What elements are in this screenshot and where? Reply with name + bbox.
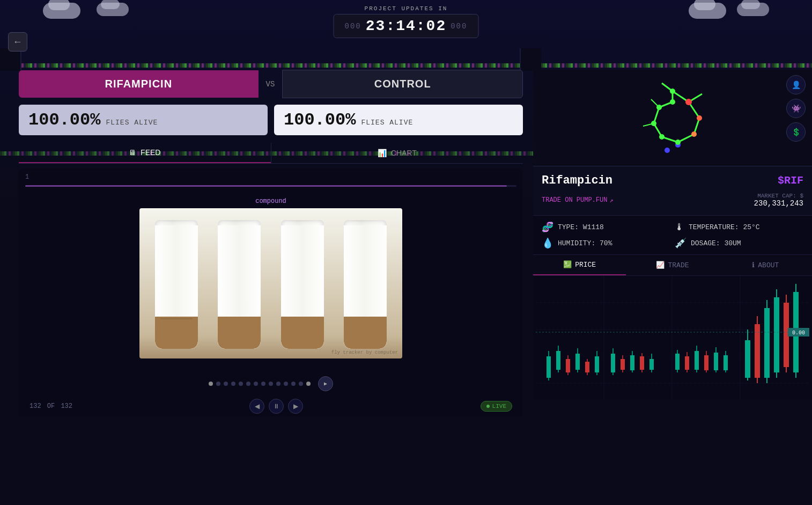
stats-row: 100.00% FLIES ALIVE 100.00% FLIES ALIVE (19, 105, 523, 135)
molecule-display: 👤 👾 💲 (533, 70, 812, 166)
bottom-tabs: 💹 PRICE 📈 TRADE ℹ ABOUT (533, 255, 812, 276)
nav-row: 132 OF 132 ◀ ⏸ ▶ LIVE (19, 396, 523, 417)
feed-chart-tabs: 🖥 FEED 📊 CHART (19, 143, 523, 164)
dollar-icon-btn[interactable]: 💲 (786, 122, 806, 142)
temp-item: 🌡 TEMPERATURE: 25°C (675, 221, 803, 233)
video-inner: fly tracker by computer (139, 208, 402, 358)
type-item: 🧬 TYPE: W1118 (542, 221, 670, 233)
playback-dot-4[interactable] (231, 382, 235, 386)
svg-point-18 (670, 89, 675, 94)
project-updates-label: PROJECT UPDATES IN (334, 5, 479, 12)
playback-dot-2[interactable] (216, 382, 220, 386)
humidity-label: HUMIDITY: 70% (558, 239, 612, 247)
side-buttons: 👤 👾 💲 (786, 75, 806, 142)
playback-dot-11[interactable] (284, 382, 288, 386)
chart-icon: 📊 (378, 149, 387, 157)
tube-3 (281, 220, 324, 349)
svg-text:0.00: 0.00 (792, 330, 805, 336)
drug-title-row: Rifampicin $RIF (542, 174, 803, 187)
svg-point-20 (656, 105, 662, 110)
nav-next-button[interactable]: ▶ (288, 399, 303, 414)
feed-number: 1 (19, 169, 523, 185)
svg-point-21 (651, 121, 656, 126)
timer-value: 23:14:02 (366, 18, 446, 34)
playback-dot-6[interactable] (246, 382, 250, 386)
trade-tab-icon: 📈 (656, 261, 665, 269)
trade-row: TRADE ON PUMP.FUN ↗ MARKET CAP: $ 230,33… (542, 193, 803, 208)
experiment-strip: 🧬 TYPE: W1118 🌡 TEMPERATURE: 25°C 💧 HUMI… (533, 215, 812, 255)
dosage-label: DOSAGE: 30UM (691, 239, 741, 247)
video-frame: fly tracker by computer (139, 208, 402, 358)
control-flies-label: FLIES ALIVE (361, 119, 413, 127)
live-dot (486, 405, 490, 408)
alien-icon-btn[interactable]: 👾 (786, 99, 806, 118)
playback-dot-13[interactable] (299, 382, 303, 386)
vs-label: VS (259, 80, 283, 89)
rifampicin-flies-label: FLIES ALIVE (106, 119, 158, 127)
svg-point-17 (691, 131, 697, 137)
timer-dots-right: 000 (451, 22, 467, 31)
playback-dot-14[interactable] (306, 382, 311, 386)
rifampicin-stat-box: 100.00% FLIES ALIVE (19, 105, 268, 135)
rifampicin-percent: 100.00% (28, 110, 100, 130)
tube-2 (218, 220, 261, 349)
feed-tab[interactable]: 🖥 FEED (19, 143, 271, 163)
info-section: Rifampicin $RIF TRADE ON PUMP.FUN ↗ MARK… (533, 166, 812, 215)
person-icon-btn[interactable]: 👤 (786, 75, 806, 94)
back-icon: ← (15, 36, 21, 47)
play-button[interactable]: ▶ (318, 376, 333, 391)
about-icon: ℹ (752, 261, 755, 269)
nav-pause-button[interactable]: ⏸ (269, 399, 284, 414)
playback-row: ▶ (19, 372, 523, 396)
svg-point-14 (665, 148, 670, 153)
feed-content-area: 1 compound (19, 169, 523, 417)
price-chart-svg: 0.00 (533, 276, 812, 399)
dosage-item: 💉 DOSAGE: 30UM (675, 237, 803, 249)
humidity-item: 💧 HUMIDITY: 70% (542, 237, 670, 249)
playback-dot-12[interactable] (291, 382, 296, 386)
nav-prev-button[interactable]: ◀ (249, 399, 264, 414)
market-cap-label: MARKET CAP: $ (754, 193, 803, 199)
molecule-svg (630, 75, 715, 161)
price-chart-area: 0.00 (533, 276, 812, 399)
tube-liquid-2 (218, 317, 261, 349)
control-button[interactable]: CONTROL (282, 70, 523, 98)
drug-name: Rifampicin (542, 174, 612, 187)
live-badge: LIVE (481, 401, 512, 412)
playback-dot-7[interactable] (254, 382, 258, 386)
price-icon: 💹 (563, 260, 572, 269)
back-button[interactable]: ← (8, 32, 27, 52)
thermometer-icon: 🌡 (675, 222, 684, 233)
video-watermark: fly tracker by computer (331, 350, 398, 355)
about-tab[interactable]: ℹ ABOUT (719, 255, 812, 275)
chart-tab[interactable]: 📊 CHART (271, 143, 523, 163)
playback-dot-9[interactable] (269, 382, 273, 386)
drug-ticker: $RIF (778, 174, 803, 187)
monitor-icon: 🖥 (129, 148, 136, 157)
trade-link[interactable]: TRADE ON PUMP.FUN ↗ (542, 196, 614, 204)
playback-dot-3[interactable] (224, 382, 228, 386)
trade-tab[interactable]: 📈 TRADE (626, 255, 719, 275)
tube-1 (155, 220, 198, 349)
tube-liquid-3 (281, 317, 324, 349)
playback-dot-10[interactable] (276, 382, 280, 386)
playback-dot-5[interactable] (239, 382, 243, 386)
type-label: TYPE: W1118 (558, 223, 604, 231)
timer-dots-left: 000 (345, 22, 361, 31)
control-percent: 100.00% (284, 110, 356, 130)
rifampicin-button[interactable]: RIFAMPICIN (19, 70, 259, 98)
svg-point-16 (697, 115, 702, 121)
playback-dot-1[interactable] (209, 382, 213, 386)
tube-4 (344, 220, 387, 349)
main-right-panel: 👤 👾 💲 Rifampicin $RIF TRADE ON PUMP.FUN … (533, 70, 812, 399)
price-tab[interactable]: 💹 PRICE (533, 255, 626, 275)
playback-dot-8[interactable] (261, 382, 265, 386)
top-bar: PROJECT UPDATES IN 000 23:14:02 000 (334, 5, 479, 38)
svg-point-23 (675, 140, 681, 145)
control-stat-box: 100.00% FLIES ALIVE (274, 105, 523, 135)
trade-arrow-icon: ↗ (609, 196, 613, 204)
tube-liquid-4 (344, 317, 387, 349)
svg-point-22 (659, 134, 665, 140)
nav-arrows: ◀ ⏸ ▶ (249, 399, 303, 414)
vs-row: RIFAMPICIN VS CONTROL (19, 70, 523, 98)
